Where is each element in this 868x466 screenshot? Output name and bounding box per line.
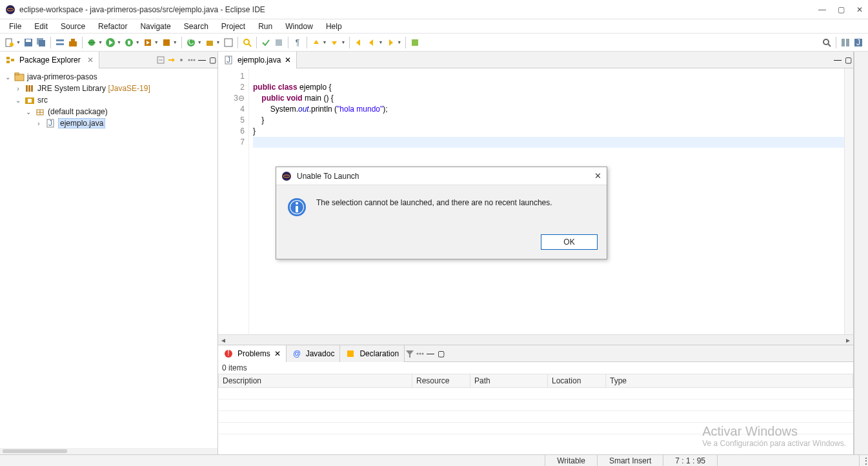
- explorer-scrollbar[interactable]: [0, 448, 217, 454]
- editor-tab[interactable]: J ejemplo.java ✕: [218, 52, 297, 68]
- dialog-close-button[interactable]: ✕: [594, 171, 601, 181]
- menu-run[interactable]: Run: [253, 21, 278, 32]
- dropdown-icon[interactable]: ▼: [397, 40, 401, 45]
- window-close-button[interactable]: ✕: [856, 5, 863, 14]
- close-icon[interactable]: ✕: [285, 56, 291, 65]
- open-type-icon[interactable]: [223, 37, 234, 48]
- scroll-left-icon[interactable]: ◂: [218, 336, 228, 345]
- debug-icon[interactable]: [86, 37, 97, 48]
- marker-bar[interactable]: [218, 68, 225, 334]
- table-row[interactable]: [219, 411, 853, 423]
- package-tree[interactable]: ⌄ java-primeros-pasos › JRE System Libra…: [0, 68, 217, 448]
- col-type[interactable]: Type: [606, 374, 853, 388]
- col-description[interactable]: Description: [219, 374, 412, 388]
- dropdown-icon[interactable]: ▼: [136, 40, 140, 45]
- tree-file[interactable]: › J ejemplo.java: [1, 117, 216, 129]
- java-perspective-icon[interactable]: J: [853, 37, 864, 48]
- editor-scrollbar[interactable]: ◂ ▸: [218, 334, 853, 345]
- window-minimize-button[interactable]: —: [818, 5, 826, 14]
- dropdown-icon[interactable]: ▼: [341, 40, 345, 45]
- search-icon[interactable]: [241, 37, 253, 48]
- expand-toggle-icon[interactable]: ›: [14, 85, 22, 92]
- dropdown-icon[interactable]: ▼: [16, 40, 21, 45]
- collapse-all-icon[interactable]: [156, 55, 166, 65]
- minimize-view-icon[interactable]: —: [425, 349, 436, 359]
- minimize-view-icon[interactable]: —: [833, 55, 843, 65]
- close-icon[interactable]: ✕: [274, 349, 281, 358]
- tree-src[interactable]: ⌄ src: [1, 94, 216, 106]
- menu-file[interactable]: File: [4, 21, 26, 32]
- view-menu-icon[interactable]: [187, 55, 197, 65]
- table-row[interactable]: [219, 388, 853, 400]
- scroll-right-icon[interactable]: ▸: [843, 336, 853, 345]
- col-location[interactable]: Location: [548, 374, 606, 388]
- menu-window[interactable]: Window: [280, 21, 318, 32]
- table-row[interactable]: [219, 400, 853, 411]
- ok-button[interactable]: OK: [541, 234, 598, 250]
- save-all-icon[interactable]: [35, 37, 47, 48]
- problems-table[interactable]: Description Resource Path Location Type: [218, 374, 853, 454]
- dropdown-icon[interactable]: ▼: [378, 40, 383, 45]
- prev-annotation-icon[interactable]: [310, 37, 322, 48]
- last-edit-icon[interactable]: [353, 37, 365, 48]
- view-menu-icon[interactable]: [415, 349, 425, 359]
- toggle-block-icon[interactable]: [273, 37, 285, 48]
- col-resource[interactable]: Resource: [412, 374, 470, 388]
- tree-package[interactable]: ⌄ (default package): [1, 106, 216, 117]
- dropdown-icon[interactable]: ▼: [98, 40, 103, 45]
- tree-jre[interactable]: › JRE System Library [JavaSE-19]: [1, 83, 216, 94]
- filter-icon[interactable]: [405, 349, 415, 359]
- menu-refactor[interactable]: Refactor: [93, 21, 132, 32]
- external-tools-icon[interactable]: [161, 37, 172, 48]
- dropdown-icon[interactable]: ▼: [197, 40, 202, 45]
- maximize-view-icon[interactable]: ▢: [436, 349, 446, 359]
- new-java-class-icon[interactable]: C: [185, 37, 197, 48]
- menu-help[interactable]: Help: [321, 21, 347, 32]
- focus-icon[interactable]: [176, 55, 187, 65]
- toggle-mark-icon[interactable]: [260, 37, 272, 48]
- dropdown-icon[interactable]: ▼: [173, 40, 177, 45]
- quick-access-icon[interactable]: [821, 37, 833, 48]
- back-icon[interactable]: [366, 37, 378, 48]
- toggle-breadcrumb-icon[interactable]: [54, 37, 66, 48]
- dropdown-icon[interactable]: ▼: [117, 40, 121, 45]
- save-icon[interactable]: [23, 37, 34, 48]
- menu-edit[interactable]: Edit: [29, 21, 53, 32]
- menu-project[interactable]: Project: [216, 21, 250, 32]
- close-icon[interactable]: ✕: [87, 56, 94, 65]
- tab-problems[interactable]: ! Problems ✕: [218, 345, 287, 362]
- maximize-view-icon[interactable]: ▢: [207, 55, 217, 65]
- forward-icon[interactable]: [385, 37, 396, 48]
- expand-toggle-icon[interactable]: ⌄: [4, 74, 12, 81]
- link-editor-icon[interactable]: [166, 55, 176, 65]
- minimize-view-icon[interactable]: —: [197, 55, 207, 65]
- expand-toggle-icon[interactable]: ⌄: [14, 97, 22, 104]
- tree-project[interactable]: ⌄ java-primeros-pasos: [1, 71, 216, 83]
- menu-navigate[interactable]: Navigate: [135, 21, 176, 32]
- next-annotation-icon[interactable]: [328, 37, 340, 48]
- open-perspective-icon[interactable]: [840, 37, 851, 48]
- coverage-icon[interactable]: [123, 37, 135, 48]
- run-last-icon[interactable]: [142, 37, 154, 48]
- menu-source[interactable]: Source: [56, 21, 90, 32]
- new-package-icon[interactable]: [204, 37, 216, 48]
- run-icon[interactable]: [105, 37, 116, 48]
- show-whitespace-icon[interactable]: ¶: [292, 37, 303, 48]
- pin-icon[interactable]: [409, 37, 421, 48]
- new-icon[interactable]: [4, 37, 15, 48]
- dropdown-icon[interactable]: ▼: [216, 40, 221, 45]
- table-row[interactable]: [219, 423, 853, 434]
- dropdown-icon[interactable]: ▼: [154, 40, 159, 45]
- dropdown-icon[interactable]: ▼: [323, 40, 327, 45]
- build-icon[interactable]: [67, 37, 79, 48]
- window-maximize-button[interactable]: ▢: [838, 5, 845, 14]
- expand-toggle-icon[interactable]: ›: [35, 120, 43, 127]
- col-path[interactable]: Path: [470, 374, 548, 388]
- expand-toggle-icon[interactable]: ⌄: [25, 108, 32, 116]
- maximize-view-icon[interactable]: ▢: [843, 55, 853, 65]
- menu-search[interactable]: Search: [179, 21, 214, 32]
- tab-javadoc[interactable]: @ Javadoc: [287, 345, 341, 362]
- tab-package-explorer[interactable]: Package Explorer ✕: [0, 52, 99, 68]
- overview-ruler[interactable]: [844, 68, 853, 334]
- tab-declaration[interactable]: Declaration: [340, 345, 405, 362]
